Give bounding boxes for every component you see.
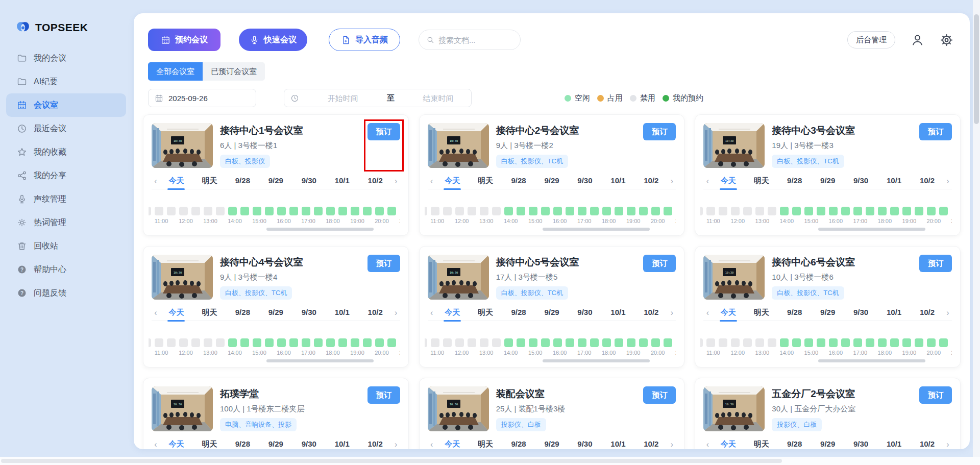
chevron-left-icon[interactable]: ‹ [428,177,436,186]
time-slot-free[interactable] [228,338,237,347]
vertical-scrollbar[interactable] [973,0,980,465]
end-time-input[interactable] [411,94,465,103]
date-nav-day-5[interactable]: 10/1 [601,305,634,321]
chevron-right-icon[interactable]: › [668,308,676,317]
time-slot-free[interactable] [939,207,948,215]
book-button[interactable]: 预订 [919,386,952,404]
time-slot-free[interactable] [817,207,825,215]
sidebar-item-trash-8[interactable]: 回收站 [6,234,126,258]
tab-all-rooms[interactable]: 全部会议室 [148,62,203,81]
time-slot-free[interactable] [253,338,261,347]
time-slot-free[interactable] [890,338,899,347]
date-nav-day-0[interactable]: 今天 [712,174,745,189]
book-button[interactable]: 预订 [643,255,676,272]
import-audio-button[interactable]: 导入音频 [329,29,400,51]
sidebar-item-clock-3[interactable]: 最近会议 [6,117,126,140]
time-slot-free[interactable] [302,207,310,215]
date-nav-day-6[interactable]: 10/2 [359,437,392,449]
chevron-left-icon[interactable]: ‹ [703,440,712,449]
date-nav-day-5[interactable]: 10/1 [601,437,634,449]
date-nav-day-6[interactable]: 10/2 [359,305,392,321]
book-meeting-button[interactable]: 预约会议 [148,29,220,51]
time-slot-free[interactable] [387,338,396,347]
time-slot-free[interactable] [615,207,623,215]
time-slot-free[interactable] [890,207,899,215]
date-nav-day-0[interactable]: 今天 [436,305,469,321]
time-slot-free[interactable] [664,207,672,215]
time-slot-free[interactable] [853,207,862,215]
time-slot-free[interactable] [602,338,611,347]
time-slot-free[interactable] [829,338,838,347]
time-slot-free[interactable] [804,207,813,215]
time-slot-free[interactable] [817,338,825,347]
time-slot-free[interactable] [915,207,923,215]
chevron-right-icon[interactable]: › [944,440,952,449]
time-slot-free[interactable] [829,207,838,215]
date-nav-day-3[interactable]: 9/29 [811,174,844,189]
book-button[interactable]: 预订 [368,255,400,272]
date-nav-day-4[interactable]: 9/30 [292,437,326,449]
date-nav-day-4[interactable]: 9/30 [568,305,601,321]
date-nav-day-1[interactable]: 明天 [193,437,226,449]
time-slot-free[interactable] [841,338,850,347]
time-slot-free[interactable] [627,338,635,347]
time-slot-free[interactable] [627,207,635,215]
chevron-right-icon[interactable]: › [392,177,400,186]
date-nav-day-6[interactable]: 10/2 [359,174,392,189]
date-nav-day-2[interactable]: 9/28 [226,437,259,449]
date-nav-day-3[interactable]: 9/29 [259,305,292,321]
sidebar-item-folder-1[interactable]: AI纪要 [6,70,126,93]
date-nav-day-5[interactable]: 10/1 [326,174,359,189]
time-slot-free[interactable] [866,338,874,347]
search-input[interactable] [438,36,505,44]
time-slot-free[interactable] [504,338,513,347]
chevron-left-icon[interactable]: ‹ [703,177,712,186]
book-button[interactable]: 预订 [919,123,952,140]
chevron-left-icon[interactable]: ‹ [428,308,436,317]
time-slot-free[interactable] [553,207,562,215]
date-nav-day-6[interactable]: 10/2 [634,305,668,321]
date-nav-day-6[interactable]: 10/2 [634,174,668,189]
chevron-right-icon[interactable]: › [668,177,676,186]
time-slot-free[interactable] [792,207,801,215]
time-slot-free[interactable] [639,338,648,347]
date-nav-day-5[interactable]: 10/1 [326,305,359,321]
chevron-left-icon[interactable]: ‹ [152,308,160,317]
book-button[interactable]: 预订 [919,255,952,272]
time-slot-free[interactable] [314,207,323,215]
time-slot-free[interactable] [651,207,660,215]
date-nav-day-2[interactable]: 9/28 [502,174,535,189]
time-slot-free[interactable] [375,207,384,215]
time-slot-free[interactable] [529,338,537,347]
chevron-right-icon[interactable]: › [392,440,400,449]
time-slot-free[interactable] [590,338,599,347]
date-nav-day-3[interactable]: 9/29 [259,437,292,449]
time-slot-free[interactable] [878,207,887,215]
book-button[interactable]: 预订 [368,386,400,404]
book-button[interactable]: 预订 [643,123,676,140]
time-slot-free[interactable] [240,338,249,347]
time-slot-free[interactable] [375,338,384,347]
time-slot-free[interactable] [517,207,525,215]
sidebar-item-share-5[interactable]: 我的分享 [6,164,126,187]
horizontal-scrollbar-thumb[interactable] [1,459,782,463]
slots-scrollbar-thumb[interactable] [543,359,650,362]
chevron-right-icon[interactable]: › [668,440,676,449]
user-icon[interactable] [911,33,924,47]
slots-scrollbar-thumb[interactable] [818,228,925,231]
book-button[interactable]: 预订 [368,123,400,140]
time-slot-free[interactable] [651,338,660,347]
time-slot-free[interactable] [289,338,298,347]
date-nav-day-2[interactable]: 9/28 [502,437,535,449]
time-slot-free[interactable] [780,338,789,347]
date-nav-day-3[interactable]: 9/29 [259,174,292,189]
slots-scrollbar-thumb[interactable] [266,359,374,362]
time-slot-free[interactable] [387,207,396,215]
vertical-scrollbar-thumb[interactable] [974,14,979,124]
date-nav-day-4[interactable]: 9/30 [844,437,877,449]
time-slot-free[interactable] [915,338,923,347]
chevron-right-icon[interactable]: › [392,308,400,317]
date-nav-day-4[interactable]: 9/30 [292,174,326,189]
slots-scrollbar-thumb[interactable] [818,359,925,362]
date-nav-day-1[interactable]: 明天 [745,305,778,321]
